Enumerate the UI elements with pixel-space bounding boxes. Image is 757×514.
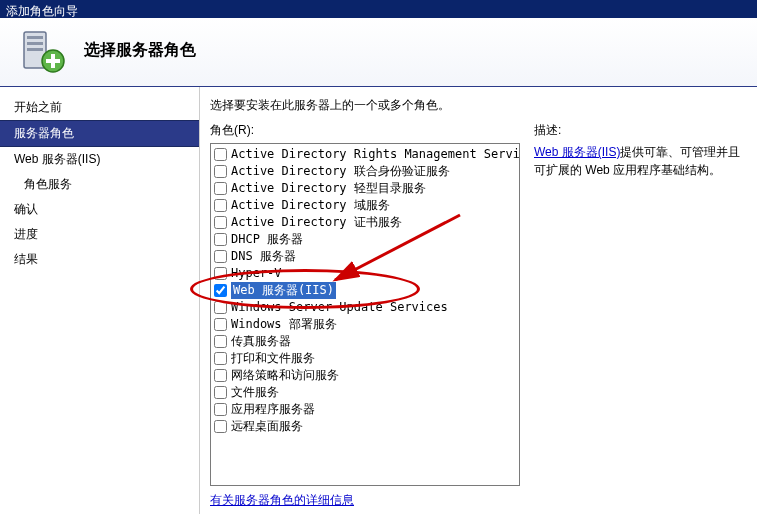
role-label: Active Directory 证书服务 [231,214,402,231]
role-checkbox[interactable] [214,318,227,331]
role-checkbox[interactable] [214,216,227,229]
sidebar-item-6[interactable]: 结果 [0,247,199,272]
role-checkbox[interactable] [214,335,227,348]
role-checkbox[interactable] [214,301,227,314]
roles-listbox[interactable]: Active Directory Rights Management Servi… [210,143,520,486]
sidebar-item-4[interactable]: 确认 [0,197,199,222]
role-row[interactable]: DHCP 服务器 [214,231,516,248]
role-label: Windows 部署服务 [231,316,337,333]
role-label: DNS 服务器 [231,248,296,265]
svg-rect-2 [27,42,43,45]
page-title: 选择服务器角色 [84,40,196,61]
role-row[interactable]: Active Directory Rights Management Servi… [214,146,516,163]
role-row[interactable]: Active Directory 轻型目录服务 [214,180,516,197]
role-row[interactable]: 远程桌面服务 [214,418,516,435]
role-checkbox[interactable] [214,250,227,263]
svg-rect-3 [27,48,43,51]
role-row[interactable]: Active Directory 联合身份验证服务 [214,163,516,180]
description-title: 描述: [534,122,745,139]
sidebar-item-3[interactable]: 角色服务 [0,172,199,197]
svg-rect-6 [46,59,60,63]
window-title: 添加角色向导 [6,4,78,18]
role-checkbox[interactable] [214,386,227,399]
role-row[interactable]: 文件服务 [214,384,516,401]
role-row[interactable]: Active Directory 证书服务 [214,214,516,231]
role-checkbox[interactable] [214,267,227,280]
server-role-icon [18,26,66,74]
wizard-header: 选择服务器角色 [0,18,757,87]
more-info-link[interactable]: 有关服务器角色的详细信息 [210,492,520,509]
role-label: Web 服务器(IIS) [231,282,336,299]
wizard-body: 开始之前服务器角色Web 服务器(IIS)角色服务确认进度结果 选择要安装在此服… [0,87,757,514]
role-row[interactable]: Active Directory 域服务 [214,197,516,214]
role-checkbox[interactable] [214,165,227,178]
role-label: Active Directory Rights Management Servi… [231,146,520,163]
role-label: 文件服务 [231,384,279,401]
description-link[interactable]: Web 服务器(IIS) [534,145,620,159]
role-label: 应用程序服务器 [231,401,315,418]
role-label: 传真服务器 [231,333,291,350]
role-label: Active Directory 域服务 [231,197,390,214]
role-row[interactable]: DNS 服务器 [214,248,516,265]
role-checkbox[interactable] [214,420,227,433]
role-checkbox[interactable] [214,403,227,416]
role-label: Active Directory 联合身份验证服务 [231,163,450,180]
role-checkbox[interactable] [214,199,227,212]
instruction-text: 选择要安装在此服务器上的一个或多个角色。 [210,97,745,114]
role-label: Active Directory 轻型目录服务 [231,180,426,197]
role-label: Hyper-V [231,265,282,282]
sidebar-item-2[interactable]: Web 服务器(IIS) [0,147,199,172]
role-checkbox[interactable] [214,148,227,161]
sidebar-item-5[interactable]: 进度 [0,222,199,247]
role-label: 网络策略和访问服务 [231,367,339,384]
role-checkbox[interactable] [214,369,227,382]
window-titlebar: 添加角色向导 [0,0,757,18]
role-row[interactable]: Hyper-V [214,265,516,282]
role-row[interactable]: 传真服务器 [214,333,516,350]
role-row[interactable]: 网络策略和访问服务 [214,367,516,384]
wizard-sidebar: 开始之前服务器角色Web 服务器(IIS)角色服务确认进度结果 [0,87,200,514]
role-row[interactable]: 打印和文件服务 [214,350,516,367]
sidebar-item-1[interactable]: 服务器角色 [0,120,199,147]
sidebar-item-0[interactable]: 开始之前 [0,95,199,120]
role-checkbox[interactable] [214,233,227,246]
role-checkbox[interactable] [214,182,227,195]
role-label: DHCP 服务器 [231,231,303,248]
wizard-main: 选择要安装在此服务器上的一个或多个角色。 角色(R): Active Direc… [200,87,757,514]
role-row[interactable]: Windows Server Update Services [214,299,516,316]
description-text: Web 服务器(IIS)提供可靠、可管理并且可扩展的 Web 应用程序基础结构。 [534,143,745,179]
role-checkbox[interactable] [214,352,227,365]
role-row[interactable]: Web 服务器(IIS) [214,282,516,299]
role-checkbox[interactable] [214,284,227,297]
role-row[interactable]: 应用程序服务器 [214,401,516,418]
role-row[interactable]: Windows 部署服务 [214,316,516,333]
role-label: 打印和文件服务 [231,350,315,367]
roles-label: 角色(R): [210,122,520,139]
role-label: 远程桌面服务 [231,418,303,435]
svg-rect-1 [27,36,43,39]
role-label: Windows Server Update Services [231,299,448,316]
